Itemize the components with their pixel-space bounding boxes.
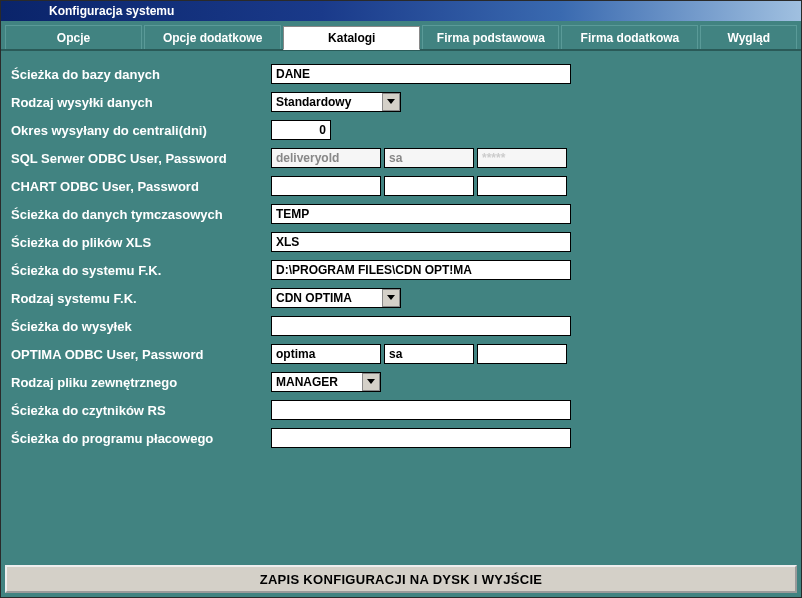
save-and-exit-button[interactable]: ZAPIS KONFIGURACJI NA DYSK I WYJŚCIE <box>5 565 797 593</box>
tab-katalogi-label: Katalogi <box>328 31 375 45</box>
label-sciezka-xls: Ścieżka do plików XLS <box>11 235 271 250</box>
select-rodzaj-wysylki-value: Standardowy <box>272 95 382 109</box>
input-chart-odbc-dsn[interactable] <box>271 176 381 196</box>
svg-marker-0 <box>387 99 395 104</box>
tab-opcje[interactable]: Opcje <box>5 25 142 49</box>
input-optima-odbc-pass[interactable] <box>477 344 567 364</box>
label-rodzaj-pliku: Rodzaj pliku zewnętrznego <box>11 375 271 390</box>
label-sciezka-rs: Ścieżka do czytników RS <box>11 403 271 418</box>
label-rodzaj-wysylki: Rodzaj wysyłki danych <box>11 95 271 110</box>
tab-firma-podstawowa-label: Firma podstawowa <box>437 31 545 45</box>
tab-firma-podstawowa[interactable]: Firma podstawowa <box>422 25 559 49</box>
select-rodzaj-wysylki[interactable]: Standardowy <box>271 92 401 112</box>
window-titlebar: Konfiguracja systemu <box>1 1 801 21</box>
input-sql-odbc-dsn[interactable] <box>271 148 381 168</box>
label-optima-odbc: OPTIMA ODBC User, Password <box>11 347 271 362</box>
input-okres-centrali[interactable] <box>271 120 331 140</box>
select-rodzaj-pliku[interactable]: MANAGER <box>271 372 381 392</box>
save-and-exit-label: ZAPIS KONFIGURACJI NA DYSK I WYJŚCIE <box>260 572 543 587</box>
tab-opcje-dodatkowe-label: Opcje dodatkowe <box>163 31 262 45</box>
input-sciezka-plac[interactable] <box>271 428 571 448</box>
input-sciezka-xls[interactable] <box>271 232 571 252</box>
label-sql-odbc: SQL Serwer ODBC User, Password <box>11 151 271 166</box>
input-sql-odbc-user[interactable] <box>384 148 474 168</box>
label-okres-centrali: Okres wysyłany do centrali(dni) <box>11 123 271 138</box>
tab-opcje-dodatkowe[interactable]: Opcje dodatkowe <box>144 25 281 49</box>
window-title: Konfiguracja systemu <box>49 4 174 18</box>
input-sciezka-rs[interactable] <box>271 400 571 420</box>
chevron-down-icon[interactable] <box>382 289 400 307</box>
select-rodzaj-pliku-value: MANAGER <box>272 375 362 389</box>
label-sciezka-tmp: Ścieżka do danych tymczasowych <box>11 207 271 222</box>
input-optima-odbc-dsn[interactable] <box>271 344 381 364</box>
input-chart-odbc-user[interactable] <box>384 176 474 196</box>
input-sql-odbc-pass[interactable] <box>477 148 567 168</box>
input-optima-odbc-user[interactable] <box>384 344 474 364</box>
input-sciezka-bazy[interactable] <box>271 64 571 84</box>
select-rodzaj-fk[interactable]: CDN OPTIMA <box>271 288 401 308</box>
tab-firma-dodatkowa[interactable]: Firma dodatkowa <box>561 25 698 49</box>
select-rodzaj-fk-value: CDN OPTIMA <box>272 291 382 305</box>
label-sciezka-plac: Ścieżka do programu płacowego <box>11 431 271 446</box>
chevron-down-icon[interactable] <box>362 373 380 391</box>
tab-katalogi[interactable]: Katalogi <box>283 26 420 50</box>
input-sciezka-wysylek[interactable] <box>271 316 571 336</box>
tab-firma-dodatkowa-label: Firma dodatkowa <box>581 31 680 45</box>
label-chart-odbc: CHART ODBC User, Password <box>11 179 271 194</box>
svg-marker-1 <box>387 295 395 300</box>
svg-marker-2 <box>367 379 375 384</box>
input-chart-odbc-pass[interactable] <box>477 176 567 196</box>
tab-opcje-label: Opcje <box>57 31 90 45</box>
chevron-down-icon[interactable] <box>382 93 400 111</box>
label-sciezka-fk: Ścieżka do systemu F.K. <box>11 263 271 278</box>
input-sciezka-fk[interactable] <box>271 260 571 280</box>
label-sciezka-bazy: Ścieżka do bazy danych <box>11 67 271 82</box>
label-rodzaj-fk: Rodzaj systemu F.K. <box>11 291 271 306</box>
tab-wyglad-label: Wygląd <box>728 31 770 45</box>
config-window: Konfiguracja systemu Opcje Opcje dodatko… <box>0 0 802 598</box>
input-sciezka-tmp[interactable] <box>271 204 571 224</box>
tab-wyglad[interactable]: Wygląd <box>700 25 797 49</box>
tab-bar: Opcje Opcje dodatkowe Katalogi Firma pod… <box>1 21 801 51</box>
label-sciezka-wysylek: Ścieżka do wysyłek <box>11 319 271 334</box>
form-area: Ścieżka do bazy danych Rodzaj wysyłki da… <box>1 51 801 561</box>
